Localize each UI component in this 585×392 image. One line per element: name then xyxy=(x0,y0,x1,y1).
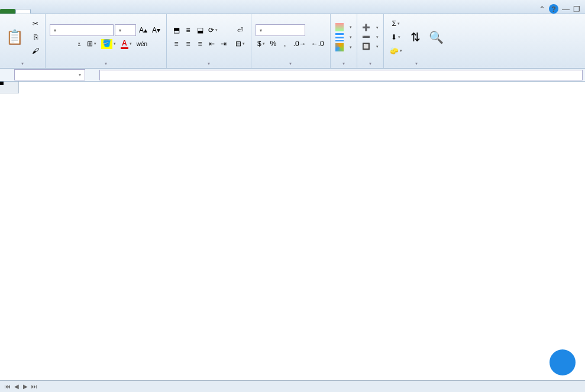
indent-decrease-button[interactable]: ⇤ xyxy=(206,38,217,50)
cut-button[interactable]: ✂ xyxy=(30,18,41,30)
table-format-icon xyxy=(335,33,344,41)
sort-filter-button[interactable]: ⇅ xyxy=(407,29,424,46)
tab-file[interactable] xyxy=(0,9,15,14)
bold-button[interactable] xyxy=(50,38,60,50)
help-icon[interactable]: ? xyxy=(549,4,558,14)
cell-style-button[interactable] xyxy=(333,43,354,52)
paste-button[interactable]: 📋 xyxy=(2,28,27,47)
autosum-button[interactable]: Σ xyxy=(388,18,404,30)
tab-layout[interactable] xyxy=(46,9,62,14)
tab-beautify[interactable] xyxy=(123,9,138,14)
watermark-icon xyxy=(550,349,576,375)
group-cells: ➕ ➖ 🔲 xyxy=(357,14,384,68)
group-label-clipboard xyxy=(2,59,43,67)
comma-button[interactable]: , xyxy=(280,38,290,50)
decrease-decimal-button[interactable]: ←.0 xyxy=(309,38,326,50)
callout-box xyxy=(0,82,4,85)
insert-cells-button[interactable]: ➕ xyxy=(360,23,381,32)
merge-button[interactable]: ⊟ xyxy=(234,38,247,50)
group-align: ⬒ ≡ ⬓ ⟳ ≡ ≡ ≡ ⇤ ⇥ ⏎ ⊟ xyxy=(167,14,251,68)
group-label-number xyxy=(254,59,328,67)
align-right-button[interactable]: ≡ xyxy=(195,38,205,50)
delete-cells-button[interactable]: ➖ xyxy=(360,33,381,41)
number-format-combo[interactable] xyxy=(256,24,305,36)
indent-increase-button[interactable]: ⇥ xyxy=(218,38,229,50)
insert-icon: ➕ xyxy=(362,24,370,31)
sheet-nav-last-icon[interactable]: ⏭ xyxy=(30,383,38,390)
minimize-ribbon-icon[interactable]: ⌃ xyxy=(539,5,545,14)
find-icon: 🔍 xyxy=(429,30,444,44)
group-font: A▴ A▾ ⊞ 🪣 A wén xyxy=(46,14,167,68)
delete-icon: ➖ xyxy=(362,33,370,41)
formula-bar xyxy=(0,69,585,82)
align-bottom-button[interactable]: ⬓ xyxy=(195,24,205,36)
tab-insert[interactable] xyxy=(31,9,46,14)
group-clipboard: 📋 ✂ ⎘ 🖌 xyxy=(0,14,46,68)
sort-icon: ⇅ xyxy=(411,30,421,44)
clear-button[interactable]: 🧽 xyxy=(388,45,404,57)
tab-home[interactable] xyxy=(15,9,31,14)
align-top-button[interactable]: ⬒ xyxy=(171,24,182,36)
clipboard-icon: 📋 xyxy=(6,29,24,46)
tab-data[interactable] xyxy=(77,9,92,14)
sheet-nav-first-icon[interactable]: ⏮ xyxy=(4,383,12,390)
align-center-button[interactable]: ≡ xyxy=(183,38,193,50)
restore-icon[interactable]: ❐ xyxy=(573,5,580,14)
group-label-align xyxy=(169,59,248,67)
cond-format-icon xyxy=(335,23,344,31)
sheet-tab-bar: ⏮ ◀ ▶ ⏭ xyxy=(0,380,585,392)
orientation-button[interactable]: ⟳ xyxy=(206,24,219,36)
sheet-nav-next-icon[interactable]: ▶ xyxy=(21,383,30,390)
group-label-cells xyxy=(360,59,381,67)
watermark xyxy=(550,349,579,375)
tab-review[interactable] xyxy=(92,9,108,14)
cell-style-icon xyxy=(335,43,344,51)
menu-tabs: ⌃ ? — ❐ xyxy=(0,0,585,14)
group-label-editing xyxy=(386,59,447,67)
phonetic-button[interactable]: wén xyxy=(135,38,149,50)
format-cells-button[interactable]: 🔲 xyxy=(360,42,381,51)
column-headers xyxy=(19,82,585,93)
sheet-nav-prev-icon[interactable]: ◀ xyxy=(12,383,21,390)
accounting-button[interactable]: $ xyxy=(256,38,267,50)
italic-button[interactable] xyxy=(62,38,72,50)
underline-button[interactable] xyxy=(73,38,84,50)
sheet-nav: ⏮ ◀ ▶ ⏭ xyxy=(4,383,38,390)
decrease-font-button[interactable]: A▾ xyxy=(150,24,162,36)
wrap-text-button[interactable]: ⏎ xyxy=(234,24,247,36)
copy-button[interactable]: ⎘ xyxy=(30,31,41,43)
increase-decimal-button[interactable]: .0→ xyxy=(292,38,308,50)
fill-color-button[interactable]: 🪣 xyxy=(99,38,118,50)
tab-dev[interactable] xyxy=(138,9,154,14)
percent-button[interactable]: % xyxy=(268,38,279,50)
tab-easy[interactable] xyxy=(154,9,169,14)
tab-formulas[interactable] xyxy=(62,9,77,14)
group-number: $ % , .0→ ←.0 xyxy=(251,14,331,68)
tab-view[interactable] xyxy=(108,9,123,14)
minimize-icon[interactable]: — xyxy=(562,5,570,14)
table-format-button[interactable] xyxy=(333,33,354,42)
format-icon: 🔲 xyxy=(362,43,370,50)
border-button[interactable]: ⊞ xyxy=(85,38,98,50)
group-editing: Σ ⬇ 🧽 ⇅ 🔍 xyxy=(384,14,450,68)
font-name-combo[interactable] xyxy=(50,24,114,36)
font-color-button[interactable]: A xyxy=(119,38,134,50)
title-buttons: ⌃ ? — ❐ xyxy=(539,4,585,14)
font-size-combo[interactable] xyxy=(115,24,136,36)
group-label-styles xyxy=(333,59,354,67)
align-middle-button[interactable]: ≡ xyxy=(183,24,193,36)
spreadsheet-grid[interactable] xyxy=(0,82,585,375)
group-label-font xyxy=(48,59,164,67)
group-styles xyxy=(331,14,357,68)
format-painter-button[interactable]: 🖌 xyxy=(30,45,41,57)
find-select-button[interactable]: 🔍 xyxy=(425,29,447,46)
increase-font-button[interactable]: A▴ xyxy=(137,24,149,36)
align-left-button[interactable]: ≡ xyxy=(171,38,182,50)
ribbon: 📋 ✂ ⎘ 🖌 A▴ A▾ xyxy=(0,14,585,69)
name-box[interactable] xyxy=(14,69,85,80)
conditional-format-button[interactable] xyxy=(333,22,354,32)
formula-input[interactable] xyxy=(99,70,583,80)
fill-button[interactable]: ⬇ xyxy=(388,31,404,43)
